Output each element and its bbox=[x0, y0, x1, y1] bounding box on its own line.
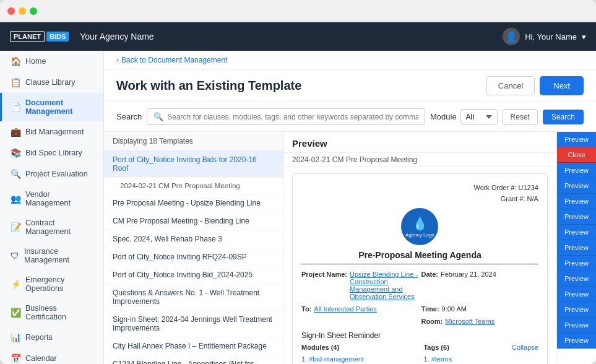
sidebar-item-emergency-operations[interactable]: ⚡ Emergency Operations bbox=[0, 270, 103, 298]
close-dot[interactable] bbox=[7, 7, 15, 15]
avatar: 👤 bbox=[503, 28, 520, 45]
preview-header: Preview bbox=[283, 132, 556, 153]
sidebar-item-label: Bid Management bbox=[25, 128, 84, 136]
search-button[interactable]: Search bbox=[543, 110, 584, 124]
vendor-management-icon: 👥 bbox=[11, 194, 20, 204]
sidebar-item-calendar[interactable]: 📅 Calendar bbox=[0, 348, 103, 364]
time-label: Time: bbox=[421, 305, 439, 313]
preview-title: Preview bbox=[292, 138, 327, 149]
sidebar-item-business-certification[interactable]: ✅ Business Certification bbox=[0, 298, 103, 327]
preview-button-8[interactable]: Preview bbox=[557, 256, 596, 271]
sidebar-item-label: Project Evaluation bbox=[25, 170, 88, 178]
module-label: Module bbox=[430, 112, 457, 121]
preview-button-1[interactable]: Preview bbox=[557, 132, 596, 147]
modules-col-title: Modules (4) bbox=[301, 344, 416, 351]
list-item[interactable]: CM Pre Proposal Meeting - Blending Line bbox=[104, 212, 283, 230]
to-label: To: bbox=[301, 305, 311, 313]
preview-button-4[interactable]: Preview bbox=[557, 194, 596, 209]
user-greeting: Hi, Your Name bbox=[525, 32, 577, 41]
room-value: Microsoft Teams bbox=[445, 318, 495, 325]
sidebar-item-label: Home bbox=[25, 57, 46, 66]
preview-button-9[interactable]: Preview bbox=[557, 271, 596, 287]
list-item[interactable]: Port of City_Notice Inviting Bids for 20… bbox=[104, 151, 283, 178]
maximize-dot[interactable] bbox=[30, 7, 37, 15]
page-title: Work with an Existing Template bbox=[116, 79, 301, 93]
list-item[interactable]: Sign-in Sheet: 2024-04 Jennings Well Tre… bbox=[104, 311, 283, 337]
reset-button[interactable]: Reset bbox=[503, 109, 538, 125]
sidebar-item-reports[interactable]: 📊 Reports bbox=[0, 327, 103, 348]
minimize-dot[interactable] bbox=[19, 7, 26, 15]
header-buttons: Cancel Next bbox=[486, 76, 584, 95]
time-value: 9:00 AM bbox=[442, 305, 467, 313]
preview-button-6[interactable]: Preview bbox=[557, 225, 596, 240]
preview-field-time: Time: 9:00 AM bbox=[421, 305, 538, 313]
contract-management-icon: 📝 bbox=[11, 222, 20, 232]
cancel-button[interactable]: Cancel bbox=[486, 76, 535, 95]
project-name-label: Project Name: bbox=[301, 271, 347, 300]
logo: PLANET BIDS bbox=[10, 31, 69, 42]
sidebar-item-project-evaluation[interactable]: 🔍 Project Evaluation bbox=[0, 163, 103, 184]
user-menu[interactable]: 👤 Hi, Your Name ▾ bbox=[503, 28, 586, 45]
list-item[interactable]: 2024-02-21 CM Pre Proposal Meeting bbox=[104, 178, 283, 194]
module-item: 1. #bid-management bbox=[301, 353, 416, 364]
water-drop-icon: 💧 bbox=[412, 216, 428, 231]
sidebar-item-bid-management[interactable]: 💼 Bid Management bbox=[0, 121, 103, 142]
list-item[interactable]: Port of City_Notice Inviting Bid_2024-20… bbox=[104, 266, 283, 284]
list-item[interactable]: Questions & Answers No. 1 - Well Treatme… bbox=[104, 284, 283, 311]
reports-icon: 📊 bbox=[11, 332, 20, 342]
sidebar-item-label: Vendor Management bbox=[25, 190, 95, 207]
clause-library-icon: 📋 bbox=[11, 77, 20, 87]
preview-field-project-name: Project Name: Upsize Blending Line - Con… bbox=[301, 271, 418, 300]
grant-value: N/A bbox=[527, 195, 538, 202]
search-input[interactable] bbox=[167, 113, 418, 121]
sidebar-item-label: Business Certification bbox=[25, 304, 95, 321]
date-value: February 21, 2024 bbox=[441, 271, 496, 300]
collapse-link[interactable]: Collapse bbox=[512, 344, 538, 351]
agency-logo-text: Agency Logo bbox=[405, 232, 434, 238]
agency-name: Your Agency Name bbox=[80, 32, 153, 41]
sidebar-item-home[interactable]: 🏠 Home bbox=[0, 51, 103, 72]
preview-button-3[interactable]: Preview bbox=[557, 178, 596, 194]
work-order-label: Work Order #: bbox=[474, 184, 517, 191]
to-value: All Interested Parties bbox=[314, 305, 377, 313]
sidebar-item-bid-spec-library[interactable]: 📚 Bid Spec Library bbox=[0, 142, 103, 163]
sidebar-item-vendor-management[interactable]: 👥 Vendor Management bbox=[0, 184, 103, 213]
avatar-icon: 👤 bbox=[505, 31, 517, 43]
sidebar-item-clause-library[interactable]: 📋 Clause Library bbox=[0, 72, 103, 93]
list-item[interactable]: C1234 Blending Line - Appendices (Not fo… bbox=[104, 355, 283, 364]
chevron-down-icon: ▾ bbox=[582, 32, 586, 41]
list-item[interactable]: Spec. 2024, Well Rehab Phase 3 bbox=[104, 230, 283, 248]
list-item[interactable]: Pre Proposal Meeting - Upsize Blending L… bbox=[104, 194, 283, 212]
preview-button-12[interactable]: Preview bbox=[557, 318, 596, 333]
sidebar-item-insurance-management[interactable]: 🛡 Insurance Management bbox=[0, 241, 103, 270]
tags-list: 1. #terms 2. #conditions 3. #public-work… bbox=[423, 353, 538, 364]
sidebar-item-label: Contract Management bbox=[25, 219, 95, 236]
list-item[interactable]: City Hall Annex Phase I – Entitlement Pa… bbox=[104, 337, 283, 355]
list-header: Displaying 18 Templates bbox=[104, 132, 283, 151]
calendar-icon: 📅 bbox=[11, 353, 20, 363]
next-button[interactable]: Next bbox=[540, 76, 584, 95]
business-certification-icon: ✅ bbox=[11, 308, 20, 318]
logo-bids: BIDS bbox=[46, 32, 69, 41]
sidebar-item-document-management[interactable]: 📄 Document Management bbox=[0, 93, 103, 121]
preview-button-13[interactable]: Preview bbox=[557, 333, 596, 349]
home-icon: 🏠 bbox=[11, 56, 20, 66]
close-preview-button[interactable]: Close bbox=[557, 147, 596, 163]
module-select[interactable]: All bbox=[460, 109, 498, 125]
preview-button-2[interactable]: Preview bbox=[557, 163, 596, 178]
modules-tags: Modules (4) 1. #bid-management 2. #vendo… bbox=[301, 344, 538, 364]
modules-col: Modules (4) 1. #bid-management 2. #vendo… bbox=[301, 344, 416, 364]
preview-field-date: Date: February 21, 2024 bbox=[421, 271, 538, 300]
search-icon: 🔍 bbox=[153, 112, 163, 121]
preview-button-10[interactable]: Preview bbox=[557, 287, 596, 302]
sidebar-item-contract-management[interactable]: 📝 Contract Management bbox=[0, 213, 103, 241]
preview-subtitle: 2024-02-21 CM Pre Proposal Meeting bbox=[283, 153, 556, 167]
logo-planet: PLANET bbox=[10, 31, 45, 42]
page-header: Work with an Existing Template Cancel Ne… bbox=[104, 70, 596, 102]
preview-button-5[interactable]: Preview bbox=[557, 209, 596, 225]
preview-button-11[interactable]: Preview bbox=[557, 302, 596, 318]
project-name-value: Upsize Blending Line - Construction Mana… bbox=[350, 271, 418, 300]
preview-button-7[interactable]: Preview bbox=[557, 240, 596, 256]
list-item[interactable]: Port of City_Notice Inviting RFQ24-09SP bbox=[104, 248, 283, 266]
breadcrumb[interactable]: ‹ Back to Document Management bbox=[104, 51, 596, 70]
